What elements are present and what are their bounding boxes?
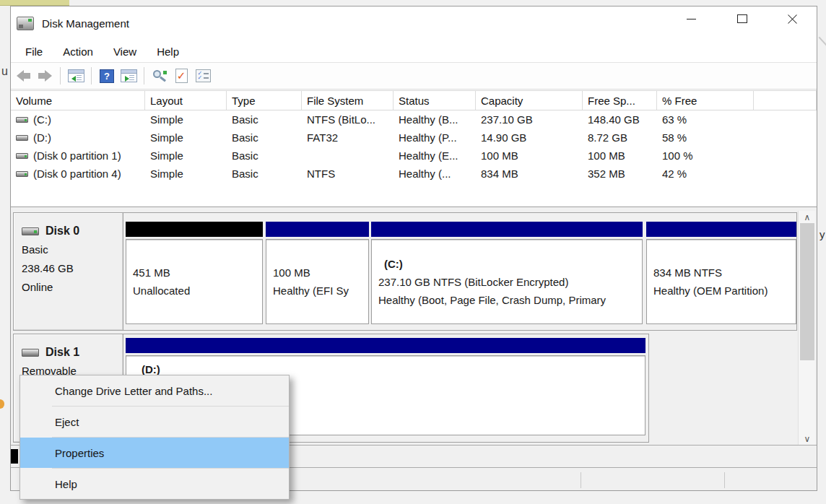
disk-type: Basic xyxy=(22,240,123,259)
scrollbar-thumb[interactable] xyxy=(800,223,814,360)
volume-type: Basic xyxy=(227,168,302,180)
volume-pct-free: 63 % xyxy=(657,113,754,126)
partition-c-drive[interactable]: (C:) 237.10 GB NTFS (BitLocker Encrypted… xyxy=(371,222,643,324)
background-line-fragment xyxy=(819,37,826,52)
close-button[interactable] xyxy=(776,6,809,31)
minimize-icon xyxy=(687,19,696,19)
show-console-tree-button[interactable] xyxy=(65,65,87,87)
window-title: Disk Management xyxy=(42,17,129,30)
volume-status: Healthy (E... xyxy=(394,149,476,162)
column-header-status[interactable]: Status xyxy=(394,91,476,110)
volume-type: Basic xyxy=(227,149,302,162)
status-bar-divider xyxy=(581,472,581,488)
disk-status: Online xyxy=(22,278,123,297)
partition-color-bar xyxy=(126,222,263,237)
volume-status: Healthy (B... xyxy=(394,113,476,126)
menu-item-change-drive-letter[interactable]: Change Drive Letter and Paths... xyxy=(20,375,289,406)
table-row[interactable]: (C:) Simple Basic NTFS (BitLo... Healthy… xyxy=(11,110,817,129)
column-header-capacity[interactable]: Capacity xyxy=(476,91,583,110)
table-row[interactable]: (Disk 0 partition 4) Simple Basic NTFS H… xyxy=(11,165,817,183)
partition-oem[interactable]: 834 MB NTFS Healthy (OEM Partition) xyxy=(646,222,796,324)
maximize-button[interactable] xyxy=(726,6,758,31)
volume-list: Volume Layout Type File System Status Ca… xyxy=(11,90,817,207)
menu-file[interactable]: File xyxy=(15,45,53,58)
menu-item-eject[interactable]: Eject xyxy=(20,407,289,437)
partition-status: Healthy (EFI Sy xyxy=(273,282,368,300)
menu-item-help[interactable]: Help xyxy=(20,469,289,499)
menu-view[interactable]: View xyxy=(103,45,147,58)
task-checklist-button[interactable]: ✓ ✓ xyxy=(192,65,214,87)
volume-name: (Disk 0 partition 4) xyxy=(33,168,121,180)
menu-help[interactable]: Help xyxy=(147,45,189,58)
volume-layout: Simple xyxy=(145,149,227,162)
action-pane-icon xyxy=(121,69,137,82)
column-header-volume[interactable]: Volume xyxy=(11,91,145,110)
column-header-pct-free[interactable]: % Free xyxy=(657,91,754,110)
show-action-pane-button[interactable] xyxy=(118,65,139,87)
disk-drive-icon xyxy=(22,227,39,235)
forward-button[interactable] xyxy=(34,65,56,87)
help-button[interactable]: ? xyxy=(96,65,118,87)
volume-layout: Simple xyxy=(145,113,227,126)
table-row[interactable]: (Disk 0 partition 1) Simple Basic Health… xyxy=(11,147,817,165)
column-header-file-system[interactable]: File System xyxy=(302,91,394,110)
close-icon xyxy=(787,14,798,25)
partition-label: (C:) xyxy=(384,255,642,273)
partition-color-bar xyxy=(126,338,645,353)
check-document-button[interactable]: ✓ xyxy=(170,65,192,87)
partition-size: 100 MB xyxy=(273,264,368,282)
disk0-band: Disk 0 Basic 238.46 GB Online 451 MB Una… xyxy=(13,212,797,331)
volume-name: (Disk 0 partition 1) xyxy=(33,149,121,162)
volume-capacity: 100 MB xyxy=(476,149,583,162)
scrollbar-up-arrow[interactable]: ∧ xyxy=(799,211,816,223)
column-header-type[interactable]: Type xyxy=(227,91,302,110)
volume-name: (C:) xyxy=(33,113,51,126)
disk-name: Disk 0 xyxy=(45,225,79,238)
column-header-layout[interactable]: Layout xyxy=(145,91,227,110)
table-row[interactable]: (D:) Simple Basic FAT32 Healthy (P... 14… xyxy=(11,129,817,147)
volume-icon xyxy=(16,135,28,141)
toolbar-separator xyxy=(144,67,144,84)
rescan-disks-button[interactable] xyxy=(149,65,170,87)
scrollbar-down-arrow[interactable]: ∨ xyxy=(799,433,816,445)
partition-status: Healthy (OEM Partition) xyxy=(653,282,796,300)
title-bar[interactable]: Disk Management xyxy=(11,6,817,40)
partition-unallocated[interactable]: 451 MB Unallocated xyxy=(126,222,263,324)
toolbar-separator xyxy=(60,67,61,84)
volume-pct-free: 42 % xyxy=(657,168,754,180)
legend-unallocated-swatch xyxy=(11,449,18,464)
partition-size: 237.10 GB NTFS (BitLocker Encrypted) xyxy=(378,273,642,291)
volume-status: Healthy (... xyxy=(394,168,476,180)
background-text-fragment: y xyxy=(820,228,825,240)
volume-file-system: FAT32 xyxy=(302,131,394,144)
column-header-blank[interactable] xyxy=(754,91,817,110)
forward-arrow-icon xyxy=(38,70,52,82)
back-button[interactable] xyxy=(12,65,34,87)
volume-list-header: Volume Layout Type File System Status Ca… xyxy=(11,90,817,110)
check-document-icon: ✓ xyxy=(175,69,188,83)
volume-free-space: 352 MB xyxy=(583,168,657,180)
volume-free-space: 8.72 GB xyxy=(583,131,657,144)
volume-capacity: 14.90 GB xyxy=(476,131,583,144)
background-window-fragment xyxy=(0,0,69,6)
volume-type: Basic xyxy=(227,131,302,144)
volume-pct-free: 100 % xyxy=(657,149,754,162)
minimize-button[interactable] xyxy=(675,6,708,31)
disk0-header-card[interactable]: Disk 0 Basic 238.46 GB Online xyxy=(14,213,123,330)
volume-free-space: 148.40 GB xyxy=(583,113,657,126)
column-header-free-space[interactable]: Free Sp... xyxy=(583,91,657,110)
back-arrow-icon xyxy=(17,70,30,82)
volume-icon xyxy=(16,171,28,177)
menu-action[interactable]: Action xyxy=(53,45,103,58)
status-bar-divider xyxy=(724,472,725,488)
context-menu: Change Drive Letter and Paths... Eject P… xyxy=(19,375,290,500)
volume-capacity: 237.10 GB xyxy=(476,113,583,126)
task-checklist-icon: ✓ ✓ xyxy=(196,69,211,82)
partition-efi[interactable]: 100 MB Healthy (EFI Sy xyxy=(266,222,369,324)
volume-file-system: NTFS xyxy=(302,168,394,180)
volume-icon xyxy=(16,153,28,159)
vertical-scrollbar[interactable]: ∧ ∨ xyxy=(798,211,815,445)
volume-status: Healthy (P... xyxy=(394,131,476,144)
menu-item-properties[interactable]: Properties xyxy=(20,438,289,468)
background-text-fragment: u xyxy=(1,65,8,78)
